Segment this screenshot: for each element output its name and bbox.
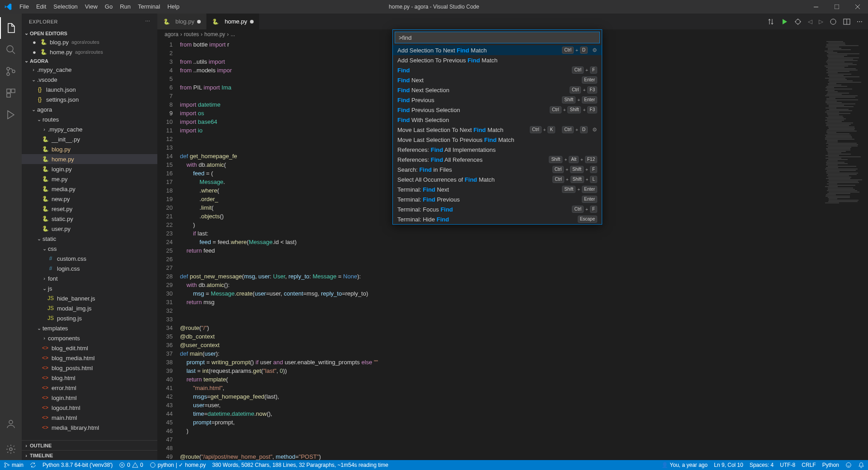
palette-item[interactable]: Search: Find in FilesCtrl+Shift+F <box>393 164 602 174</box>
settings-activity[interactable] <box>0 438 22 460</box>
interpreter-status[interactable]: Python 3.8.7 64-bit ('venv38') <box>42 462 113 468</box>
file-item[interactable]: 🐍media.py <box>22 184 157 194</box>
palette-item[interactable]: Move Last Selection To Next Find MatchCt… <box>393 125 602 135</box>
palette-item[interactable]: Find With Selection <box>393 115 602 125</box>
outline-section[interactable]: ›OUTLINE <box>22 440 157 450</box>
menu-help[interactable]: Help <box>164 0 183 14</box>
breadcrumb-item[interactable]: routes <box>184 31 199 38</box>
file-item[interactable]: <>logout.html <box>22 403 157 413</box>
folder-item[interactable]: ›components <box>22 333 157 343</box>
file-item[interactable]: <>blog_posts.html <box>22 363 157 373</box>
folder-item[interactable]: ›.mypy_cache <box>22 124 157 134</box>
sync-status[interactable] <box>30 462 36 468</box>
menu-go[interactable]: Go <box>101 0 116 14</box>
minimize-button[interactable] <box>806 0 826 14</box>
menu-terminal[interactable]: Terminal <box>134 0 164 14</box>
palette-item[interactable]: Find Next SelectionCtrl+F3 <box>393 85 602 95</box>
file-item[interactable]: 🐍__init__.py <box>22 134 157 144</box>
nav-fwd-icon[interactable]: ▷ <box>819 18 823 25</box>
file-item[interactable]: 🐍blog.py <box>22 144 157 154</box>
file-item[interactable]: <>blog_media.html <box>22 353 157 363</box>
source-control-activity[interactable] <box>0 61 22 82</box>
file-item[interactable]: 🐍login.py <box>22 164 157 174</box>
palette-item[interactable]: Add Selection To Next Find MatchCtrl+D⚙ <box>393 45 602 55</box>
folder-item[interactable]: ⌄.vscode <box>22 75 157 85</box>
folder-item[interactable]: ⌄css <box>22 244 157 254</box>
palette-item[interactable]: Find Previous SelectionCtrl+Shift+F3 <box>393 105 602 115</box>
run-icon[interactable] <box>781 18 788 25</box>
file-item[interactable]: #custom.css <box>22 254 157 263</box>
palette-item[interactable]: FindCtrl+F <box>393 65 602 75</box>
file-item[interactable]: 🐍new.py <box>22 194 157 204</box>
file-item[interactable]: JShide_banner.js <box>22 293 157 303</box>
run-debug-activity[interactable] <box>0 104 22 126</box>
open-editor-item[interactable]: ●🐍home.pyagora\routes <box>22 47 157 57</box>
folder-item[interactable]: ›font <box>22 273 157 283</box>
more-actions-icon[interactable]: ⋯ <box>857 18 863 25</box>
file-item[interactable]: 🐍user.py <box>22 224 157 234</box>
file-item[interactable]: 🐍me.py <box>22 174 157 184</box>
folder-item[interactable]: ›.mypy_cache <box>22 65 157 75</box>
timeline-section[interactable]: ›TIMELINE <box>22 450 157 460</box>
editor-tab[interactable]: 🐍blog.py <box>157 14 207 29</box>
palette-item[interactable]: Terminal: Hide FindEscape <box>393 214 602 224</box>
more-circle-icon[interactable] <box>830 18 837 25</box>
file-item[interactable]: {}settings.json <box>22 94 157 104</box>
open-editors-section[interactable]: ⌄OPEN EDITORS <box>22 29 157 37</box>
git-branch-status[interactable]: main <box>4 462 24 468</box>
palette-item[interactable]: Select All Occurrences of Find MatchCtrl… <box>393 174 602 184</box>
encoding-status[interactable]: UTF-8 <box>780 462 795 468</box>
command-palette-input[interactable] <box>395 32 600 43</box>
nav-back-icon[interactable]: ◁ <box>808 18 812 25</box>
language-status[interactable]: Python <box>822 462 839 468</box>
breadcrumb-item[interactable]: home.py <box>204 31 225 38</box>
folder-item[interactable]: ⌄templates <box>22 323 157 333</box>
minimap[interactable] <box>823 39 868 460</box>
file-item[interactable]: 🐍reset.py <box>22 204 157 214</box>
workspace-section[interactable]: ⌄AGORA <box>22 57 157 65</box>
blame-status[interactable]: 👤 You, a year ago <box>661 462 708 468</box>
file-item[interactable]: <>blog.html <box>22 373 157 383</box>
file-item[interactable]: <>media_library.html <box>22 423 157 432</box>
file-item[interactable]: <>error.html <box>22 383 157 393</box>
file-item[interactable]: <>login.html <box>22 393 157 403</box>
problems-status[interactable]: 0 0 <box>119 462 143 468</box>
stats-status[interactable]: 380 Words, 5082 Chars, 188 Lines, 32 Par… <box>212 462 388 468</box>
palette-item[interactable]: Terminal: Find NextShift+Enter <box>393 184 602 194</box>
menu-selection[interactable]: Selection <box>50 0 81 14</box>
palette-item[interactable]: References: Find All Implementations <box>393 145 602 155</box>
folder-item[interactable]: ⌄routes <box>22 114 157 124</box>
menu-run[interactable]: Run <box>116 0 134 14</box>
editor-tab[interactable]: 🐍home.py <box>207 14 259 29</box>
palette-item[interactable]: Add Selection To Previous Find Match <box>393 55 602 65</box>
open-editor-item[interactable]: ●🐍blog.pyagora\routes <box>22 37 157 47</box>
palette-item[interactable]: Move Last Selection To Previous Find Mat… <box>393 135 602 145</box>
breadcrumb-item[interactable]: agora <box>165 31 179 38</box>
explorer-activity[interactable] <box>0 17 22 39</box>
feedback-icon[interactable] <box>845 462 852 468</box>
gear-icon[interactable]: ⚙ <box>592 127 597 133</box>
file-item[interactable]: {}launch.json <box>22 85 157 94</box>
split-editor-icon[interactable] <box>843 18 850 25</box>
file-item[interactable]: #login.css <box>22 263 157 273</box>
folder-item[interactable]: ⌄static <box>22 234 157 244</box>
accounts-activity[interactable] <box>0 413 22 435</box>
compare-changes-icon[interactable] <box>767 18 774 25</box>
file-item[interactable]: JSposting.js <box>22 313 157 323</box>
palette-item[interactable]: Terminal: Find PreviousEnter <box>393 194 602 204</box>
notifications-icon[interactable] <box>858 462 864 468</box>
menu-view[interactable]: View <box>81 0 101 14</box>
sidebar-more-icon[interactable]: ⋯ <box>145 19 151 24</box>
file-item[interactable]: 🐍static.py <box>22 214 157 224</box>
palette-item[interactable]: Find NextEnter <box>393 75 602 85</box>
file-item[interactable]: JSmodal_img.js <box>22 303 157 313</box>
breadcrumb-item[interactable]: ... <box>231 31 235 38</box>
menu-file[interactable]: File <box>16 0 33 14</box>
debug-icon[interactable] <box>794 18 802 25</box>
folder-item[interactable]: ⌄js <box>22 283 157 293</box>
gear-icon[interactable]: ⚙ <box>592 47 597 53</box>
lsp-status[interactable]: python | ✓ home.py <box>150 462 206 468</box>
search-activity[interactable] <box>0 39 22 61</box>
close-button[interactable] <box>847 0 868 14</box>
palette-item[interactable]: Find PreviousShift+Enter <box>393 95 602 105</box>
